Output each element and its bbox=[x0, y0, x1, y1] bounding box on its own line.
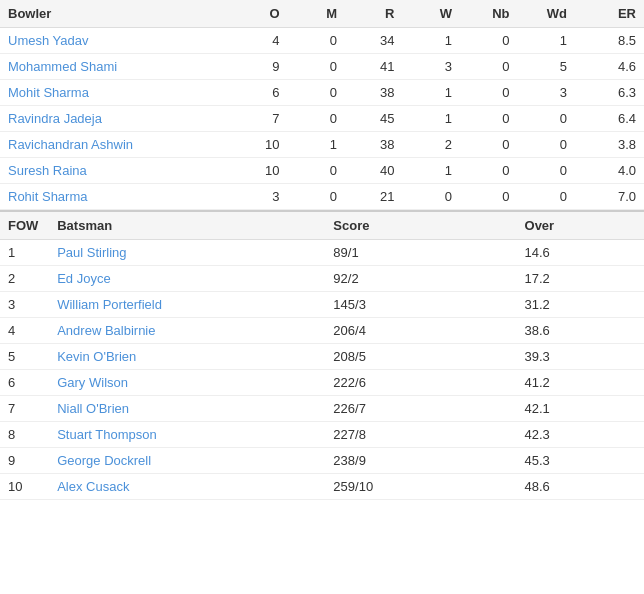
bowler-er: 6.4 bbox=[575, 106, 644, 132]
bowling-row: Umesh Yadav 4 0 34 1 0 1 8.5 bbox=[0, 28, 644, 54]
fow-row: 3 William Porterfield 145/3 31.2 bbox=[0, 292, 644, 318]
bowler-name[interactable]: Umesh Yadav bbox=[0, 28, 230, 54]
bowling-row: Rohit Sharma 3 0 21 0 0 0 7.0 bbox=[0, 184, 644, 210]
fow-score: 92/2 bbox=[325, 266, 516, 292]
fow-number: 3 bbox=[0, 292, 49, 318]
fow-header-row: FOW Batsman Score Over bbox=[0, 211, 644, 240]
bowler-er: 4.6 bbox=[575, 54, 644, 80]
bowler-m: 0 bbox=[288, 184, 346, 210]
bowler-er: 4.0 bbox=[575, 158, 644, 184]
bowler-o: 7 bbox=[230, 106, 288, 132]
bowler-wd: 0 bbox=[518, 184, 576, 210]
bowler-r: 34 bbox=[345, 28, 403, 54]
fow-score: 89/1 bbox=[325, 240, 516, 266]
bowler-nb: 0 bbox=[460, 158, 518, 184]
fow-score: 208/5 bbox=[325, 344, 516, 370]
fow-row: 4 Andrew Balbirnie 206/4 38.6 bbox=[0, 318, 644, 344]
bowler-w: 0 bbox=[403, 184, 461, 210]
bowler-m: 1 bbox=[288, 132, 346, 158]
bowler-o: 6 bbox=[230, 80, 288, 106]
fow-over: 31.2 bbox=[517, 292, 644, 318]
fow-score: 145/3 bbox=[325, 292, 516, 318]
fow-number: 9 bbox=[0, 448, 49, 474]
bowler-wd: 0 bbox=[518, 158, 576, 184]
fow-table: FOW Batsman Score Over 1 Paul Stirling 8… bbox=[0, 210, 644, 500]
bowling-col-m: M bbox=[288, 0, 346, 28]
bowling-col-nb: Nb bbox=[460, 0, 518, 28]
fow-batsman[interactable]: George Dockrell bbox=[49, 448, 325, 474]
fow-batsman[interactable]: Ed Joyce bbox=[49, 266, 325, 292]
fow-score: 227/8 bbox=[325, 422, 516, 448]
bowling-col-bowler: Bowler bbox=[0, 0, 230, 28]
bowling-table: Bowler O M R W Nb Wd ER Umesh Yadav 4 0 … bbox=[0, 0, 644, 210]
bowler-er: 7.0 bbox=[575, 184, 644, 210]
fow-over: 14.6 bbox=[517, 240, 644, 266]
bowler-wd: 1 bbox=[518, 28, 576, 54]
bowler-r: 38 bbox=[345, 80, 403, 106]
bowler-er: 8.5 bbox=[575, 28, 644, 54]
fow-batsman[interactable]: Gary Wilson bbox=[49, 370, 325, 396]
fow-number: 10 bbox=[0, 474, 49, 500]
bowler-w: 3 bbox=[403, 54, 461, 80]
bowler-m: 0 bbox=[288, 28, 346, 54]
fow-number: 6 bbox=[0, 370, 49, 396]
bowling-col-wd: Wd bbox=[518, 0, 576, 28]
bowler-nb: 0 bbox=[460, 80, 518, 106]
bowler-o: 10 bbox=[230, 132, 288, 158]
bowler-wd: 0 bbox=[518, 106, 576, 132]
fow-row: 7 Niall O'Brien 226/7 42.1 bbox=[0, 396, 644, 422]
bowler-nb: 0 bbox=[460, 28, 518, 54]
fow-row: 6 Gary Wilson 222/6 41.2 bbox=[0, 370, 644, 396]
fow-score: 259/10 bbox=[325, 474, 516, 500]
fow-number: 5 bbox=[0, 344, 49, 370]
bowler-w: 1 bbox=[403, 106, 461, 132]
fow-row: 5 Kevin O'Brien 208/5 39.3 bbox=[0, 344, 644, 370]
fow-batsman[interactable]: Paul Stirling bbox=[49, 240, 325, 266]
bowler-r: 21 bbox=[345, 184, 403, 210]
fow-batsman[interactable]: Alex Cusack bbox=[49, 474, 325, 500]
bowler-m: 0 bbox=[288, 54, 346, 80]
bowler-name[interactable]: Ravindra Jadeja bbox=[0, 106, 230, 132]
bowler-r: 41 bbox=[345, 54, 403, 80]
fow-over: 38.6 bbox=[517, 318, 644, 344]
fow-over: 45.3 bbox=[517, 448, 644, 474]
bowler-wd: 3 bbox=[518, 80, 576, 106]
bowler-name[interactable]: Mohit Sharma bbox=[0, 80, 230, 106]
fow-number: 1 bbox=[0, 240, 49, 266]
bowler-wd: 5 bbox=[518, 54, 576, 80]
bowler-name[interactable]: Ravichandran Ashwin bbox=[0, 132, 230, 158]
bowler-r: 38 bbox=[345, 132, 403, 158]
bowler-name[interactable]: Mohammed Shami bbox=[0, 54, 230, 80]
bowling-row: Ravichandran Ashwin 10 1 38 2 0 0 3.8 bbox=[0, 132, 644, 158]
fow-batsman[interactable]: Andrew Balbirnie bbox=[49, 318, 325, 344]
bowler-o: 3 bbox=[230, 184, 288, 210]
fow-over: 41.2 bbox=[517, 370, 644, 396]
fow-batsman[interactable]: Stuart Thompson bbox=[49, 422, 325, 448]
bowling-row: Mohit Sharma 6 0 38 1 0 3 6.3 bbox=[0, 80, 644, 106]
fow-batsman[interactable]: Kevin O'Brien bbox=[49, 344, 325, 370]
bowling-row: Mohammed Shami 9 0 41 3 0 5 4.6 bbox=[0, 54, 644, 80]
bowler-w: 2 bbox=[403, 132, 461, 158]
fow-batsman[interactable]: Niall O'Brien bbox=[49, 396, 325, 422]
fow-number: 2 bbox=[0, 266, 49, 292]
bowler-o: 10 bbox=[230, 158, 288, 184]
fow-row: 2 Ed Joyce 92/2 17.2 bbox=[0, 266, 644, 292]
bowling-header-row: Bowler O M R W Nb Wd ER bbox=[0, 0, 644, 28]
fow-row: 10 Alex Cusack 259/10 48.6 bbox=[0, 474, 644, 500]
bowler-m: 0 bbox=[288, 158, 346, 184]
fow-score: 206/4 bbox=[325, 318, 516, 344]
bowler-m: 0 bbox=[288, 106, 346, 132]
fow-row: 1 Paul Stirling 89/1 14.6 bbox=[0, 240, 644, 266]
bowler-name[interactable]: Rohit Sharma bbox=[0, 184, 230, 210]
bowling-row: Ravindra Jadeja 7 0 45 1 0 0 6.4 bbox=[0, 106, 644, 132]
fow-row: 8 Stuart Thompson 227/8 42.3 bbox=[0, 422, 644, 448]
fow-batsman[interactable]: William Porterfield bbox=[49, 292, 325, 318]
fow-over: 42.1 bbox=[517, 396, 644, 422]
bowler-nb: 0 bbox=[460, 132, 518, 158]
bowler-r: 40 bbox=[345, 158, 403, 184]
fow-number: 8 bbox=[0, 422, 49, 448]
bowler-name[interactable]: Suresh Raina bbox=[0, 158, 230, 184]
fow-number: 4 bbox=[0, 318, 49, 344]
bowling-col-o: O bbox=[230, 0, 288, 28]
bowler-w: 1 bbox=[403, 28, 461, 54]
